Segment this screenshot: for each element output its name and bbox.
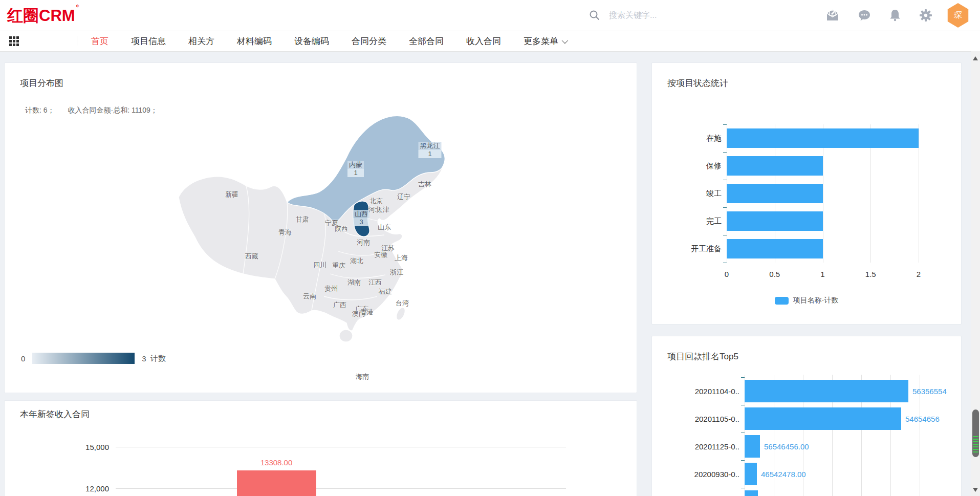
global-search <box>589 6 803 25</box>
contract-bar[interactable] <box>237 470 316 496</box>
gridline <box>116 488 566 489</box>
province-label-西藏: 西藏 <box>245 252 258 261</box>
x-tick-label: 1.5 <box>865 270 876 278</box>
province-label-北京: 北京 <box>369 197 383 206</box>
status-bar-竣工[interactable] <box>727 184 823 203</box>
china-map[interactable] <box>5 63 637 393</box>
status-bar-保修[interactable] <box>727 156 823 176</box>
payment-bar-3[interactable] <box>745 435 760 458</box>
province-label-重庆: 重庆 <box>332 261 345 270</box>
province-label-天津: 天津 <box>376 205 389 214</box>
top-bar: 红圈CRM° <box>0 0 980 31</box>
y-axis-tick <box>723 235 727 235</box>
y-axis-tick <box>723 207 727 208</box>
nav-item-收入合同[interactable]: 收入合同 <box>466 35 501 47</box>
y-axis-tick <box>723 263 727 263</box>
nav-menu: 首页项目信息相关方材料编码设备编码合同分类全部合同收入合同更多菜单 <box>91 31 567 51</box>
bar-value-label: 56546456.00 <box>764 442 809 451</box>
status-bar-完工[interactable] <box>727 211 823 231</box>
province-label-四川: 四川 <box>313 261 326 270</box>
logo-text: 红圈CRM <box>7 7 75 25</box>
nav-item-label: 设备编码 <box>294 35 329 47</box>
y-axis-tick <box>741 377 745 378</box>
province-label-湖北: 湖北 <box>350 256 363 266</box>
province-value-tag-内蒙[interactable]: 内蒙1 <box>347 161 364 177</box>
avatar-initial: 琛 <box>954 10 962 21</box>
logo-degree-mark: ° <box>76 4 79 12</box>
x-tick-label: 0.5 <box>769 270 780 278</box>
payment-bar-4[interactable] <box>745 463 757 485</box>
payment-bar-1[interactable] <box>745 380 908 402</box>
new-contract-panel: 本年新签收入合同 15,000 12,000 13308.00 <box>4 400 637 496</box>
scroll-thumb[interactable] <box>972 409 979 457</box>
province-label-云南: 云南 <box>303 292 316 301</box>
nav-item-合同分类[interactable]: 合同分类 <box>352 35 386 47</box>
category-label: 20201104-0.. <box>652 387 739 396</box>
settings-gear-icon[interactable] <box>919 8 933 23</box>
user-avatar[interactable]: 琛 <box>946 3 970 28</box>
nav-item-label: 首页 <box>91 35 108 47</box>
app-logo[interactable]: 红圈CRM° <box>7 5 78 27</box>
y-axis-tick <box>741 460 745 461</box>
category-label: 开工准备 <box>652 244 722 254</box>
category-label: 竣工 <box>652 189 722 199</box>
notification-bell-icon[interactable] <box>888 8 902 23</box>
category-label: 20201105-0.. <box>652 415 739 423</box>
tag-province-value: 3 <box>353 218 369 226</box>
category-label: 在施 <box>652 134 722 143</box>
province-label-青海: 青海 <box>278 228 292 237</box>
nav-item-label: 材料编码 <box>237 35 272 47</box>
bar-value-label: 13308.00 <box>260 458 293 467</box>
status-chart-legend[interactable]: 项目名称·计数 <box>652 296 961 305</box>
province-label-香港: 香港 <box>360 308 374 317</box>
scroll-thumb-stripes <box>973 436 978 454</box>
category-label: 保修 <box>652 161 722 171</box>
province-value-tag-山西[interactable]: 山西3 <box>353 210 369 226</box>
nav-item-首页[interactable]: 首页 <box>91 35 108 47</box>
chat-icon[interactable] <box>857 8 872 23</box>
legend-max: 3 <box>142 354 146 363</box>
project-distribution-panel: 项目分布图 计数: 6；收入合同金额·总和: 11109； 新疆西藏青海甘肃宁夏… <box>4 62 637 393</box>
map-region-taiwan <box>395 306 407 321</box>
scroll-down-arrow[interactable] <box>973 488 978 492</box>
nav-item-材料编码[interactable]: 材料编码 <box>237 35 272 47</box>
province-label-湖南: 湖南 <box>347 278 361 287</box>
payment-bar-5[interactable] <box>745 490 758 496</box>
province-label-海南: 海南 <box>356 372 369 381</box>
status-bar-开工准备[interactable] <box>727 239 823 258</box>
nav-divider <box>77 36 77 46</box>
y-axis-tick <box>723 124 727 125</box>
province-label-广西: 广西 <box>333 300 346 310</box>
bar-value-label: 46542478.00 <box>761 470 806 479</box>
search-icon[interactable] <box>589 9 601 21</box>
nav-item-设备编码[interactable]: 设备编码 <box>294 35 329 47</box>
nav-item-label: 全部合同 <box>409 35 444 47</box>
map-region-hainan <box>339 330 353 342</box>
y-tick-15000: 15,000 <box>78 443 109 451</box>
bar-value-label: 54654656 <box>905 415 940 423</box>
status-bar-在施[interactable] <box>727 128 919 148</box>
scroll-up-arrow[interactable] <box>973 56 978 60</box>
province-label-福建: 福建 <box>379 287 392 296</box>
nav-item-项目信息[interactable]: 项目信息 <box>131 35 166 47</box>
x-tick-label: 2 <box>917 270 921 278</box>
gridline <box>116 447 566 447</box>
nav-item-相关方[interactable]: 相关方 <box>188 35 214 47</box>
payment-rank-panel: 项目回款排名Top5 20201104-0..5635655420201105-… <box>651 336 962 496</box>
nav-item-label: 相关方 <box>188 35 214 47</box>
y-axis-tick <box>741 433 745 433</box>
province-label-山东: 山东 <box>378 223 391 232</box>
province-value-tag-黑龙江[interactable]: 黑龙江1 <box>419 142 442 158</box>
payment-bar-2[interactable] <box>745 407 901 430</box>
nav-item-更多菜单[interactable]: 更多菜单 <box>524 35 567 47</box>
nav-item-全部合同[interactable]: 全部合同 <box>409 35 444 47</box>
apps-grid-icon[interactable] <box>9 36 19 46</box>
category-label: 完工 <box>652 217 722 226</box>
search-input[interactable] <box>608 10 779 20</box>
tag-province-value: 1 <box>347 169 364 177</box>
page-scrollbar[interactable] <box>971 51 980 496</box>
province-label-陕西: 陕西 <box>335 224 348 233</box>
province-label-新疆: 新疆 <box>225 190 238 199</box>
x-tick-label: 1 <box>820 270 824 278</box>
compose-mail-icon[interactable] <box>825 8 840 23</box>
